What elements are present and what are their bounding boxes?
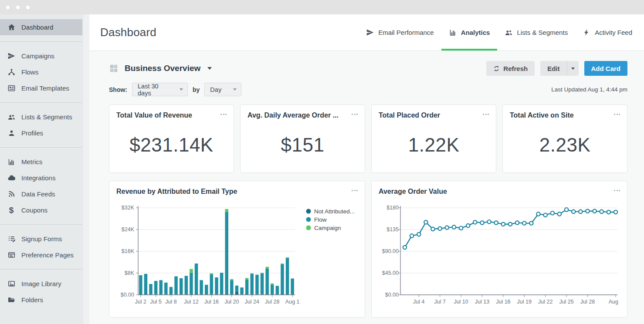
board-selector[interactable]: Business Overview [109, 64, 212, 73]
analytics-icon [449, 28, 457, 37]
stat-cards-row: Total Value of Revenue$231.14KAvg. Daily… [109, 105, 627, 173]
date-range-select[interactable]: Last 30 days [132, 83, 188, 96]
image-icon [7, 280, 16, 288]
sidebar-item-folders[interactable]: Folders [0, 292, 82, 308]
svg-text:Campaign: Campaign [314, 225, 341, 231]
sidebar-item-email-templates[interactable]: Email Templates [0, 80, 82, 96]
tab-label: Analytics [461, 29, 490, 36]
by-label: by [193, 86, 200, 93]
home-icon [7, 23, 16, 32]
card-menu-button[interactable] [350, 186, 359, 194]
refresh-button[interactable]: Refresh [486, 61, 535, 76]
chevron-down-icon [233, 88, 237, 91]
sidebar-divider [0, 224, 82, 225]
svg-text:$0.00: $0.00 [385, 292, 399, 298]
flow-icon [7, 68, 16, 77]
board-name: Business Overview [125, 64, 200, 73]
sidebar-item-preference-pages[interactable]: Preference Pages [0, 247, 82, 263]
sidebar-item-label: Coupons [21, 206, 47, 214]
svg-text:$45.00: $45.00 [382, 270, 399, 276]
svg-text:Jul 4: Jul 4 [413, 299, 424, 305]
sidebar-item-coupons[interactable]: $Coupons [0, 202, 82, 218]
window-control-icon[interactable] [26, 6, 30, 9]
folder-icon [7, 296, 16, 304]
svg-text:$8K: $8K [125, 270, 135, 276]
svg-text:Jul 16: Jul 16 [204, 299, 219, 305]
stat-card-title: Total Value of Revenue [116, 111, 227, 119]
svg-text:Jul 2: Jul 2 [135, 299, 146, 305]
sidebar-divider [0, 102, 82, 103]
sidebar-item-profiles[interactable]: Profiles [0, 125, 82, 141]
svg-text:Jul 28: Jul 28 [265, 299, 279, 305]
edit-menu-button[interactable] [567, 61, 579, 76]
tab-label: Activity Feed [595, 29, 632, 36]
tab-email-performance[interactable]: Email Performance [359, 14, 441, 51]
stat-card: Total Value of Revenue$231.14K [109, 105, 234, 173]
sidebar-item-label: Folders [21, 296, 43, 304]
chart-card: Average Order Value$0.00$45.00$90.00$135… [371, 181, 627, 317]
stat-card-title: Total Placed Order [379, 111, 489, 119]
page-title: Dashboard [100, 26, 156, 39]
chevron-down-icon [207, 67, 212, 70]
window-control-icon[interactable] [16, 6, 20, 9]
sidebar: DashboardCampaignsFlowsEmail TemplatesLi… [0, 14, 89, 324]
tab-activity-feed[interactable]: Activity Feed [575, 14, 640, 51]
tab-lists-segments[interactable]: Lists & Segments [497, 14, 575, 51]
sidebar-item-label: Campaigns [21, 52, 54, 60]
date-range-value: Last 30 days [138, 83, 172, 97]
card-menu-button[interactable] [612, 110, 622, 118]
sidebar-item-data-feeds[interactable]: Data Feeds [0, 186, 82, 202]
add-card-button[interactable]: Add Card [584, 61, 628, 76]
svg-text:$16K: $16K [122, 248, 135, 254]
dollar-icon: $ [7, 206, 16, 215]
tab-analytics[interactable]: Analytics [441, 14, 498, 51]
sidebar-item-campaigns[interactable]: Campaigns [0, 48, 82, 64]
sidebar-item-label: Data Feeds [21, 190, 55, 198]
sidebar-item-dashboard[interactable]: Dashboard [0, 19, 82, 35]
chart-card: Revenue by Attributed to Email Type$0.00… [109, 181, 365, 317]
sidebar-item-label: Integrations [21, 174, 55, 182]
sidebar-item-label: Email Templates [21, 84, 69, 92]
stat-card-value: 2.23K [510, 134, 620, 156]
tab-bar: Email PerformanceAnalyticsLists & Segmen… [359, 14, 640, 51]
filters-row: Show: Last 30 days by Day Last Updated A… [109, 83, 627, 96]
svg-text:$135: $135 [386, 226, 399, 233]
sidebar-item-label: Flows [21, 68, 38, 76]
sidebar-item-flows[interactable]: Flows [0, 64, 82, 80]
svg-text:$0.00: $0.00 [121, 292, 134, 298]
interval-select[interactable]: Day [204, 83, 241, 96]
templates-icon [7, 84, 16, 93]
stat-card-value: 1.22K [379, 134, 489, 156]
sidebar-item-signup-forms[interactable]: Signup Forms [0, 231, 82, 247]
svg-text:Jul 25: Jul 25 [559, 299, 573, 305]
board-toolbar: Business Overview Refresh Edit [109, 61, 627, 76]
bolt-icon [583, 28, 591, 37]
sidebar-item-lists-segments[interactable]: Lists & Segments [0, 109, 82, 125]
send-icon [7, 52, 16, 61]
stat-card-title: Total Active on Site [510, 111, 620, 119]
sidebar-item-image-library[interactable]: Image Library [0, 276, 82, 292]
card-menu-button[interactable] [219, 110, 228, 118]
stat-card: Total Placed Order1.22K [371, 105, 496, 173]
stat-card: Avg. Daily Average Order ...$151 [240, 105, 365, 173]
people-icon [7, 113, 16, 122]
card-menu-button[interactable] [481, 110, 491, 118]
svg-text:Jul 28: Jul 28 [580, 299, 595, 305]
rss-icon [7, 190, 16, 199]
window-control-icon[interactable] [6, 6, 10, 9]
edit-button[interactable]: Edit [540, 61, 566, 76]
svg-text:Jul 19: Jul 19 [517, 299, 532, 305]
svg-text:Jul 8: Jul 8 [165, 299, 176, 305]
sidebar-item-metrics[interactable]: Metrics [0, 154, 82, 170]
sidebar-item-label: Image Library [21, 280, 61, 287]
sidebar-item-integrations[interactable]: Integrations [0, 170, 82, 186]
svg-text:Not Attributed...: Not Attributed... [314, 208, 355, 215]
sidebar-item-label: Lists & Segments [21, 113, 72, 121]
interval-value: Day [210, 86, 221, 93]
card-menu-button[interactable] [612, 186, 622, 194]
sidebar-item-label: Preference Pages [21, 251, 74, 259]
chevron-down-icon [180, 88, 183, 91]
signup-icon [7, 235, 16, 243]
person-icon [7, 129, 16, 138]
card-menu-button[interactable] [350, 110, 359, 118]
